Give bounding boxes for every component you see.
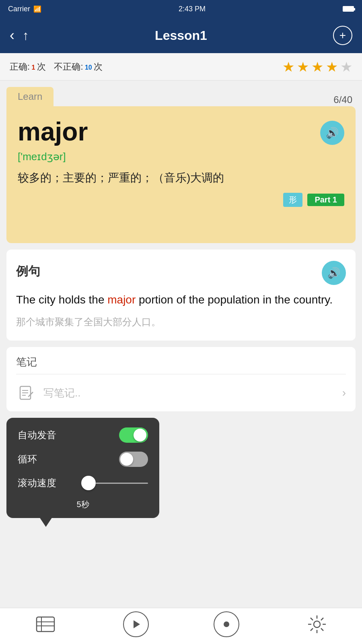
speed-label: 滚动速度 (18, 477, 56, 489)
toggle-thumb-off (120, 453, 133, 466)
carrier-label: Carrier (8, 5, 30, 13)
example-sentence-en: The city holds the major portion of the … (16, 291, 346, 308)
back-button[interactable]: ‹ (10, 28, 14, 43)
main-content: Learn 6/40 major 🔊 ['meɪdʒər] 较多的；主要的；严重… (0, 80, 362, 524)
example-highlight: major (107, 293, 136, 306)
status-left: Carrier 📶 (8, 5, 41, 13)
examples-header: 例句 🔊 (16, 258, 346, 285)
star-2[interactable]: ★ (297, 59, 309, 75)
settings-button[interactable] (304, 611, 330, 637)
status-bar: Carrier 📶 2:43 PM (0, 0, 362, 18)
volume-icon: 🔊 (326, 127, 339, 139)
star-1[interactable]: ★ (282, 59, 294, 75)
notes-icon (16, 382, 37, 403)
card-top-row: major 🔊 (18, 118, 344, 146)
auto-pronounce-label: 自动发音 (18, 429, 56, 442)
correct-count: 1 (32, 64, 35, 71)
time-label: 2:43 PM (179, 5, 206, 13)
svg-point-11 (224, 621, 229, 627)
stats-bar: 正确: 1 次 不正确: 10 次 ★ ★ ★ ★ ★ (0, 53, 362, 80)
star-rating[interactable]: ★ ★ ★ ★ ★ (282, 59, 352, 75)
incorrect-label: 不正确: (54, 62, 83, 72)
battery-icon (343, 6, 354, 12)
speed-slider[interactable] (81, 476, 148, 490)
notes-chevron-icon: › (342, 386, 346, 399)
plus-icon: + (339, 29, 346, 42)
battery-container (343, 6, 354, 12)
stats-text: 正确: 1 次 不正确: 10 次 (10, 61, 103, 73)
learn-tab[interactable]: Learn (6, 87, 53, 106)
bottom-bar (0, 608, 362, 644)
settings-panel: 自动发音 循环 滚动速度 5秒 (6, 418, 159, 518)
svg-rect-6 (37, 617, 54, 632)
definition: 较多的；主要的；严重的；（音乐)大调的 (18, 169, 251, 186)
speed-row: 滚动速度 (18, 476, 148, 490)
nav-title: Lesson1 (155, 28, 207, 43)
learn-card: major 🔊 ['meɪdʒər] 较多的；主要的；严重的；（音乐)大调的 形… (6, 106, 356, 243)
nav-bar: ‹ ↑ Lesson1 + (0, 18, 362, 53)
correct-suffix: 次 (37, 62, 46, 72)
wifi-icon: 📶 (33, 5, 41, 13)
slider-thumb (81, 476, 96, 490)
loop-label: 循环 (18, 453, 37, 466)
svg-line-5 (28, 396, 29, 397)
svg-marker-10 (134, 620, 140, 628)
example-after: portion of the population in the country… (136, 293, 333, 306)
toggle-thumb-on (134, 429, 146, 442)
star-5[interactable]: ★ (340, 59, 352, 75)
examples-section: 例句 🔊 The city holds the major portion of… (6, 250, 356, 341)
notes-title: 笔记 (16, 356, 37, 368)
part-tag: Part 1 (307, 194, 344, 206)
notes-input-row[interactable]: 写笔记.. › (16, 374, 346, 411)
up-button[interactable]: ↑ (23, 28, 29, 43)
correct-label: 正确: (10, 62, 30, 72)
card-tags: 形 Part 1 (18, 193, 344, 207)
record-button[interactable] (214, 611, 239, 637)
phonetic: ['meɪdʒər] (18, 151, 344, 163)
star-3[interactable]: ★ (311, 59, 323, 75)
example-audio-button[interactable]: 🔊 (322, 261, 346, 285)
incorrect-suffix: 次 (94, 62, 103, 72)
add-button[interactable]: + (333, 26, 352, 45)
notes-section: 笔记 写笔记.. › (6, 347, 356, 411)
svg-point-12 (314, 621, 320, 627)
loop-toggle[interactable] (119, 452, 148, 467)
progress-text: 6/40 (333, 94, 354, 105)
word-main: major (18, 118, 88, 146)
audio-button[interactable]: 🔊 (320, 121, 344, 145)
incorrect-count: 10 (85, 64, 92, 71)
slider-track (96, 483, 148, 484)
word-type-tag: 形 (283, 193, 302, 207)
example-volume-icon: 🔊 (327, 267, 340, 279)
slider-value: 5秒 (18, 499, 148, 510)
learn-card-wrapper: Learn 6/40 major 🔊 ['meɪdʒər] 较多的；主要的；严重… (6, 87, 356, 243)
notes-placeholder[interactable]: 写笔记.. (43, 386, 342, 400)
example-before: The city holds the (16, 293, 107, 306)
auto-pronounce-toggle[interactable] (119, 427, 148, 443)
play-button[interactable] (123, 611, 149, 637)
list-button[interactable] (33, 611, 58, 637)
examples-title: 例句 (16, 263, 40, 280)
loop-row: 循环 (18, 452, 148, 467)
star-4[interactable]: ★ (326, 59, 338, 75)
nav-left: ‹ ↑ (10, 28, 29, 43)
auto-pronounce-row: 自动发音 (18, 427, 148, 443)
example-sentence-zh: 那个城市聚集了全国大部分人口。 (16, 315, 346, 329)
